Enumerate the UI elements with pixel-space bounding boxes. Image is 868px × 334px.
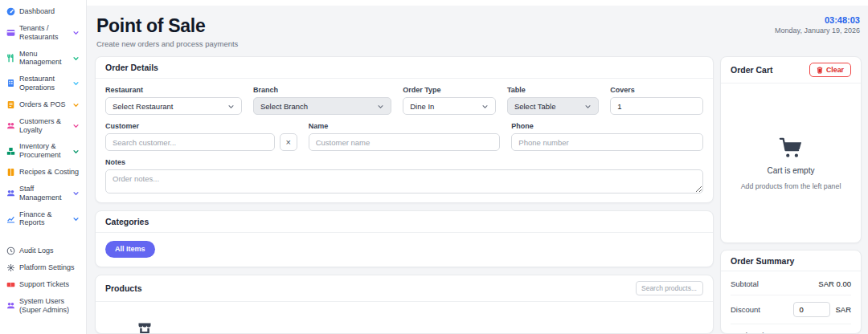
customer-name-input[interactable] [309,133,501,151]
order-type-field: Order Type Dine In [403,86,496,115]
tax-label: Tax (15%) [731,331,765,334]
phone-input[interactable] [511,133,703,151]
branch-select-value: Select Branch [260,102,308,111]
shopping-cart-icon [779,136,803,159]
subtotal-label: Subtotal [731,279,759,288]
table-label: Table [507,86,599,94]
table-field: Table Select Table [507,86,599,115]
chevron-down-icon [72,215,80,222]
cart-empty-subtitle: Add products from the left panel [741,182,841,190]
clock: 03:48:03 Monday, January 19, 2026 [775,15,860,35]
sidebar-item-staff-management[interactable]: Staff Management [5,181,81,206]
customer-field: Customer × [105,122,297,151]
search-products-input[interactable] [636,281,703,295]
sidebar-item-label: Finance & Reports [19,210,68,228]
products-empty-state: Select a restaurant and branch to view p… [118,321,171,334]
chevron-down-icon [72,29,80,36]
phone-field: Phone [511,122,703,151]
products-body: Select a restaurant and branch to view p… [96,302,713,334]
users-icon [6,301,15,310]
categories-body: All Items [96,233,713,267]
branch-field: Branch Select Branch [253,86,391,115]
customer-search-input[interactable] [105,133,275,151]
sidebar-item-menu-management[interactable]: Menu Management [5,46,81,71]
sidebar-item-orders-pos[interactable]: Orders & POS [5,96,81,113]
sidebar-item-tenants-restaurants[interactable]: Tenants / Restaurants [5,20,81,46]
discount-label: Discount [731,305,760,314]
storefront-card-icon [6,28,15,37]
utensils-icon [6,54,15,63]
sidebar-item-inventory-procurement[interactable]: Inventory & Procurement [5,138,81,164]
covers-field: Covers [610,86,703,115]
page-title: Point of Sale [96,15,238,37]
sidebar-item-restaurant-operations[interactable]: Restaurant Operations [5,71,81,96]
chevron-down-icon [72,122,80,129]
chevron-down-icon [72,55,80,62]
products-header: Products [96,275,713,302]
clock-time: 03:48:03 [775,15,860,25]
gauge-icon [6,7,15,16]
sidebar-item-system-users[interactable]: System Users (Super Admins) [5,293,81,319]
name-field: Name [309,122,501,151]
chevron-down-icon [377,103,384,110]
sidebar-item-dashboard[interactable]: Dashboard [5,3,81,20]
logout-button[interactable]: Logout [5,330,81,334]
order-notes-textarea[interactable] [105,169,703,193]
cart-empty-title: Cart is empty [768,166,815,175]
sidebar-item-platform-settings[interactable]: Platform Settings [5,259,81,276]
branch-select[interactable]: Select Branch [253,97,391,115]
chevron-down-icon [481,103,489,110]
sidebar-item-label: Audit Logs [19,246,80,255]
restaurant-select-value: Select Restaurant [113,102,174,111]
order-cart-title: Order Cart [731,65,773,75]
table-select[interactable]: Select Table [507,97,599,115]
sidebar-item-customers-loyalty[interactable]: Customers & Loyalty [5,113,81,139]
chevron-down-icon [72,189,80,197]
subtotal-value: SAR 0.00 [818,279,851,288]
sidebar-item-label: Orders & POS [19,100,68,109]
restaurant-field: Restaurant Select Restaurant [105,86,242,115]
sidebar-item-recipes-costing[interactable]: Recipes & Costing [5,164,81,181]
order-summary-header: Order Summary [721,250,861,271]
sidebar-item-label: System Users (Super Admins) [19,297,80,315]
order-details-title: Order Details [105,63,158,72]
discount-row: Discount SAR [731,295,851,324]
content-columns: Order Details Restaurant Select Restaura… [95,56,862,334]
sidebar-item-support-tickets[interactable]: Support Tickets [5,276,81,293]
chart-icon [6,214,15,223]
sidebar-item-finance-reports[interactable]: Finance & Reports [5,206,81,232]
order-details-header: Order Details [96,57,713,79]
restaurant-select[interactable]: Select Restaurant [105,97,242,115]
products-title: Products [105,283,142,293]
sidebar-item-label: Staff Management [19,185,68,202]
trash-icon [817,67,823,74]
right-column: Order Cart Clear Cart is empty Add produ… [720,56,862,334]
category-all-items-button[interactable]: All Items [105,241,155,258]
tax-row: Tax (15%) SAR 0.00 [731,324,851,334]
pos-app: Dashboard Tenants / Restaurants Menu Man… [0,0,868,334]
chevron-down-icon [72,148,80,155]
branch-label: Branch [253,86,391,94]
tax-value: SAR 0.00 [818,331,851,334]
order-type-select-value: Dine In [410,102,434,111]
clear-customer-button[interactable]: × [280,133,297,151]
order-cart-header: Order Cart Clear [721,57,861,84]
order-summary-body: Subtotal SAR 0.00 Discount SAR [721,271,861,334]
covers-input[interactable] [610,97,703,115]
history-icon [6,246,15,255]
gear-icon [6,263,15,272]
order-type-label: Order Type [403,86,496,94]
sidebar-item-audit-logs[interactable]: Audit Logs [5,242,81,259]
boxes-icon [6,147,15,156]
sidebar-item-label: Dashboard [19,7,80,16]
order-details-body: Restaurant Select Restaurant Branch [96,79,713,202]
clear-cart-button[interactable]: Clear [809,63,851,77]
covers-label: Covers [610,86,703,94]
sidebar-item-label: Inventory & Procurement [19,142,68,160]
name-label: Name [309,122,501,130]
sidebar-item-label: Platform Settings [19,263,80,272]
page-subtitle: Create new orders and process payments [96,39,238,48]
customer-label: Customer [105,122,297,130]
order-type-select[interactable]: Dine In [403,97,496,115]
discount-input[interactable] [793,302,830,317]
